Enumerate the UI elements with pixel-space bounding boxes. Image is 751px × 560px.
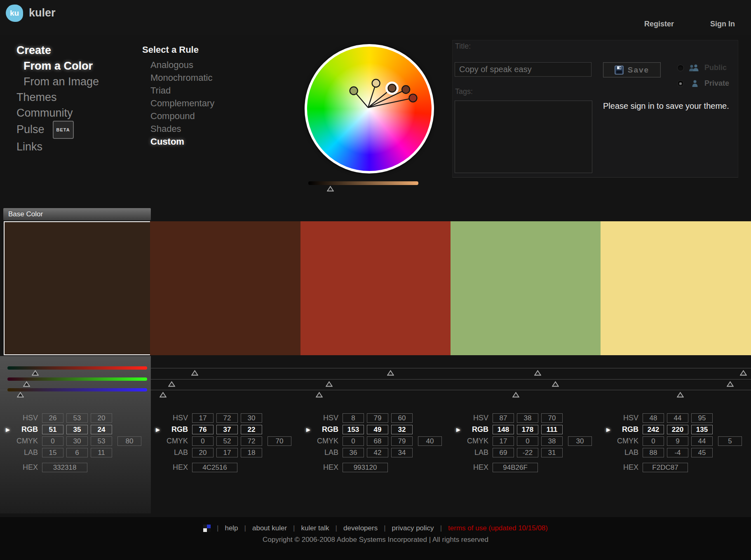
rgb-field-2-swatch4[interactable]: 178	[517, 425, 538, 434]
rule-item-triad[interactable]: Triad	[142, 84, 214, 97]
rgb-field-2-swatch2[interactable]: 37	[216, 425, 238, 434]
cmyk-field-4-swatch4[interactable]: 30	[568, 436, 592, 446]
brightness-slider-handle[interactable]	[327, 186, 334, 193]
cmyk-field-1-swatch5[interactable]: 0	[643, 436, 664, 446]
rgb-field-1-swatch4[interactable]: 148	[493, 425, 514, 434]
save-button[interactable]: Save	[603, 62, 661, 77]
cmyk-field-2-swatch3[interactable]: 68	[367, 436, 388, 446]
swatch-1[interactable]	[4, 221, 151, 355]
cmyk-field-3-swatch5[interactable]: 44	[691, 436, 713, 446]
base-b-gradient-bar[interactable]	[7, 388, 147, 391]
rule-item-analogous[interactable]: Analogous	[142, 59, 214, 71]
slider-handle-swatch2-r[interactable]	[191, 370, 198, 377]
rgb-field-1-swatch1[interactable]: 51	[42, 425, 63, 434]
cmyk-field-4-swatch2[interactable]: 70	[268, 436, 291, 446]
footer-link-privacy-policy[interactable]: privacy policy	[392, 524, 434, 532]
rgb-field-3-swatch4[interactable]: 111	[541, 425, 563, 434]
hsv-field-2-swatch5[interactable]: 44	[667, 413, 688, 423]
wheel-marker-swatch3[interactable]	[409, 94, 417, 102]
hsv-field-1-swatch3[interactable]: 8	[343, 413, 364, 423]
footer-link-about-kuler[interactable]: about kuler	[252, 524, 287, 532]
base-r-gradient-bar[interactable]	[7, 366, 147, 370]
lab-field-1-swatch5[interactable]: 88	[643, 448, 664, 457]
footer-link-terms-of-use[interactable]: terms of use (updated 10/15/08)	[448, 524, 548, 532]
wheel-marker-swatch4[interactable]	[350, 87, 358, 95]
hex-field-1-swatch5[interactable]: F2DC87	[643, 463, 688, 472]
hsv-field-2-swatch2[interactable]: 72	[216, 413, 238, 423]
wheel-marker-swatch5[interactable]	[372, 79, 380, 87]
slider-handle-swatch1-r[interactable]	[32, 370, 39, 377]
rule-item-compound[interactable]: Compound	[142, 110, 214, 122]
rule-item-complementary[interactable]: Complementary	[142, 97, 214, 110]
cmyk-field-1-swatch3[interactable]: 0	[343, 436, 364, 446]
cmyk-field-2-swatch4[interactable]: 0	[517, 436, 538, 446]
lab-field-2-swatch4[interactable]: -22	[517, 448, 538, 457]
nav-item-themes[interactable]: Themes	[16, 89, 99, 105]
lab-field-2-swatch3[interactable]: 42	[367, 448, 388, 457]
rgb-field-3-swatch2[interactable]: 22	[241, 425, 262, 434]
cmyk-field-2-swatch1[interactable]: 30	[66, 436, 88, 446]
title-input[interactable]	[455, 62, 591, 77]
lab-field-1-swatch2[interactable]: 20	[192, 448, 214, 457]
lab-field-2-swatch5[interactable]: -4	[667, 448, 688, 457]
lab-field-3-swatch1[interactable]: 11	[91, 448, 112, 457]
lab-field-2-swatch1[interactable]: 6	[66, 448, 88, 457]
hsv-field-3-swatch3[interactable]: 60	[391, 413, 413, 423]
cmyk-field-3-swatch2[interactable]: 72	[241, 436, 262, 446]
hsv-field-3-swatch1[interactable]: 20	[91, 413, 112, 423]
hex-field-1-swatch2[interactable]: 4C2516	[192, 463, 237, 472]
base-g-gradient-bar[interactable]	[7, 377, 147, 381]
register-link[interactable]: Register	[644, 20, 674, 28]
slider-handle-swatch3-b[interactable]	[316, 392, 323, 399]
slider-handle-swatch1-b[interactable]	[17, 392, 24, 399]
hsv-field-2-swatch4[interactable]: 38	[517, 413, 538, 423]
cmyk-field-1-swatch4[interactable]: 17	[493, 436, 514, 446]
footer-link-developers[interactable]: developers	[343, 524, 378, 532]
cmyk-field-4-swatch5[interactable]: 5	[718, 436, 742, 446]
rgb-field-3-swatch3[interactable]: 32	[391, 425, 413, 434]
cmyk-field-2-swatch5[interactable]: 9	[667, 436, 688, 446]
hex-field-1-swatch3[interactable]: 993120	[343, 463, 388, 472]
nav-item-create[interactable]: Create	[16, 42, 99, 58]
nav-item-pulse[interactable]: PulseBETA	[16, 121, 99, 139]
rgb-field-2-swatch1[interactable]: 35	[66, 425, 88, 434]
lab-field-1-swatch3[interactable]: 36	[343, 448, 364, 457]
slider-handle-swatch4-g[interactable]	[552, 381, 559, 389]
slider-handle-swatch5-b[interactable]	[677, 392, 684, 399]
lab-field-3-swatch4[interactable]: 31	[541, 448, 563, 457]
lab-field-3-swatch5[interactable]: 45	[691, 448, 713, 457]
rule-item-monochromatic[interactable]: Monochromatic	[142, 71, 214, 84]
lab-field-1-swatch4[interactable]: 69	[493, 448, 514, 457]
lab-field-2-swatch2[interactable]: 17	[216, 448, 238, 457]
nav-item-community[interactable]: Community	[16, 105, 99, 121]
lab-field-3-swatch3[interactable]: 34	[391, 448, 413, 457]
rule-item-shades[interactable]: Shades	[142, 122, 214, 135]
slider-handle-swatch4-b[interactable]	[512, 392, 519, 399]
hex-field-1-swatch1[interactable]: 332318	[42, 463, 87, 472]
slider-handle-swatch5-r[interactable]	[740, 370, 747, 377]
hsv-field-3-swatch2[interactable]: 30	[241, 413, 262, 423]
slider-handle-swatch4-r[interactable]	[534, 370, 541, 377]
cmyk-field-2-swatch2[interactable]: 52	[216, 436, 238, 446]
cmyk-field-4-swatch1[interactable]: 80	[117, 436, 141, 446]
cmyk-field-3-swatch1[interactable]: 53	[91, 436, 112, 446]
swatch-3[interactable]	[300, 221, 451, 355]
color-wheel-markers[interactable]	[305, 44, 434, 173]
slider-handle-swatch3-g[interactable]	[326, 381, 333, 389]
rgb-field-1-swatch5[interactable]: 242	[643, 425, 664, 434]
lab-field-1-swatch1[interactable]: 15	[42, 448, 63, 457]
rgb-field-2-swatch3[interactable]: 49	[367, 425, 388, 434]
slider-handle-swatch5-g[interactable]	[727, 381, 734, 389]
public-radio[interactable]	[677, 65, 684, 71]
rule-item-custom[interactable]: Custom	[142, 135, 214, 148]
cmyk-field-3-swatch4[interactable]: 38	[541, 436, 563, 446]
hsv-field-3-swatch4[interactable]: 70	[541, 413, 563, 423]
nav-item-links[interactable]: Links	[16, 139, 99, 155]
hsv-field-1-swatch2[interactable]: 17	[192, 413, 214, 423]
slider-handle-swatch1-g[interactable]	[23, 381, 30, 389]
hsv-field-2-swatch1[interactable]: 53	[66, 413, 88, 423]
swatch-4[interactable]	[451, 221, 601, 355]
kuler-logo-icon[interactable]: ku	[6, 5, 23, 22]
swatch-5[interactable]	[601, 221, 751, 355]
cmyk-field-3-swatch3[interactable]: 79	[391, 436, 413, 446]
